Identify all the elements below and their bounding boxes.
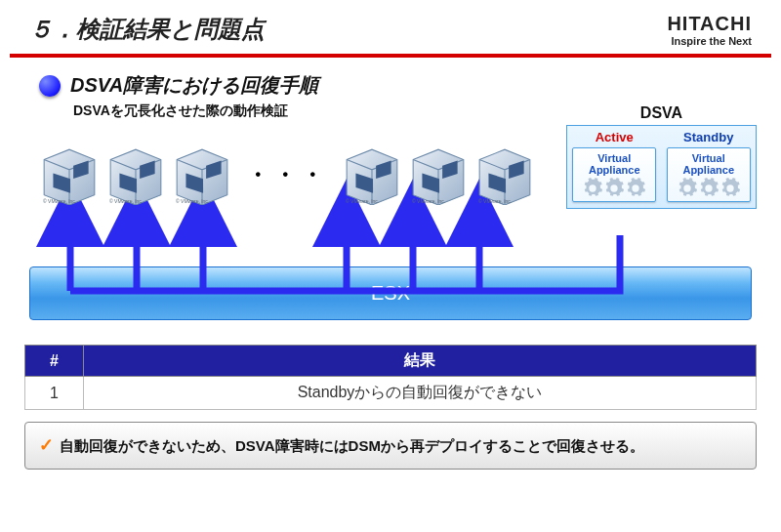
row-result: Standbyからの自動回復ができない [84,377,757,410]
dsva-container: DSVA Active Virtual Appliance Standby Vi [566,125,757,209]
vm-box: © VMware, Inc. [39,144,100,205]
logo-sub-text: Inspire the Next [667,35,752,47]
va-text-1: Virtual [575,152,653,164]
company-logo: HITACHI Inspire the Next [667,13,752,47]
row-num: 1 [25,377,84,410]
vm-box: © VMware, Inc. [342,144,402,205]
esx-label: ESX [371,282,410,305]
slide-header: ５．検証結果と問題点 HITACHI Inspire the Next [0,0,781,54]
dsva-label: DSVA [567,104,756,122]
vm-copyright: © VMware, Inc. [43,198,76,204]
slide-title: ５．検証結果と問題点 [29,14,265,45]
table-row: 1 Standbyからの自動回復ができない [25,377,757,410]
header-divider [10,54,771,58]
vm-copyright: © VMware, Inc. [109,198,143,204]
esx-layer: ESX [29,266,752,320]
standby-label: Standby [667,130,751,144]
va-text-2: Appliance [575,164,653,176]
ellipsis: ・・・ [238,159,336,190]
vm-copyright: © VMware, Inc. [176,198,209,204]
vm-row: © VMware, Inc. © VMware, Inc. © VMware, … [39,144,535,205]
gear-icon [625,178,646,199]
conclusion-box: ✓自動回復ができないため、DSVA障害時にはDSMから再デプロイすることで回復さ… [24,422,757,470]
table-header-num: # [25,346,84,377]
vm-copyright: © VMware, Inc. [346,198,379,204]
conclusion-text: 自動回復ができないため、DSVA障害時にはDSMから再デプロイすることで回復させ… [60,437,644,454]
gear-icon [582,178,603,199]
gear-icon [719,178,741,199]
vm-box: © VMware, Inc. [172,144,232,205]
bullet-icon [39,75,61,97]
gear-icons [575,178,653,199]
vm-box: © VMware, Inc. [408,144,469,205]
result-table: # 結果 1 Standbyからの自動回復ができない [24,345,757,410]
virtual-appliance-box: Virtual Appliance [572,147,656,202]
gear-icon [698,178,719,199]
gear-icons [670,178,748,199]
vm-copyright: © VMware, Inc. [478,198,512,204]
virtual-appliance-box: Virtual Appliance [667,147,751,202]
gear-icon [677,178,698,199]
vm-box: © VMware, Inc. [105,144,166,205]
check-icon: ✓ [39,435,54,455]
section-title: DSVA障害における回復手順 [70,72,318,99]
logo-main-text: HITACHI [667,13,752,35]
va-text-1: Virtual [670,152,748,164]
vm-copyright: © VMware, Inc. [412,198,445,204]
section-head: DSVA障害における回復手順 [0,72,781,99]
dsva-standby-col: Standby Virtual Appliance [667,130,751,202]
diagram-area: ESX © VMware, Inc. © VMware [24,130,757,345]
active-label: Active [572,130,656,144]
table-header-result: 結果 [84,346,757,377]
vm-box: © VMware, Inc. [474,144,535,205]
dsva-active-col: Active Virtual Appliance [572,130,656,202]
va-text-2: Appliance [670,164,748,176]
gear-icon [603,178,625,199]
